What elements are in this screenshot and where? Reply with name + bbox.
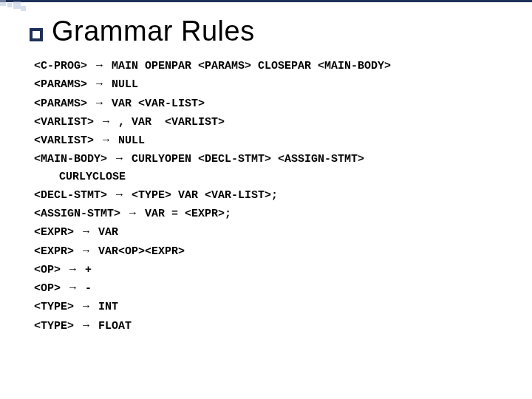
grammar-rule: <C-PROG> → MAIN OPENPAR <PARAMS> CLOSEPA… (34, 56, 511, 75)
grammar-rule: <TYPE> → FLOAT (34, 316, 511, 335)
grammar-rule: <EXPR> → VAR<OP><EXPR> (34, 242, 511, 260)
page-title: Grammar Rules (52, 16, 255, 47)
decorative-squares (0, 0, 37, 12)
grammar-rule: <VARLIST> → NULL (34, 131, 511, 149)
grammar-rule: <EXPR> → VAR (34, 222, 511, 241)
grammar-rule: <VARLIST> → , VAR <VARLIST> (34, 112, 511, 131)
grammar-rule: <PARAMS> → NULL (34, 75, 511, 93)
title-row: Grammar Rules (30, 16, 511, 47)
grammar-rule: <TYPE> → INT (34, 297, 511, 316)
grammar-rule: <PARAMS> → VAR <VAR-LIST> (34, 94, 511, 112)
grammar-rule: <OP> → + (34, 260, 511, 279)
grammar-rules-block: <C-PROG> → MAIN OPENPAR <PARAMS> CLOSEPA… (30, 56, 511, 335)
grammar-rule: <OP> → - (34, 279, 511, 297)
title-bullet-icon (30, 28, 43, 41)
grammar-rule: <DECL-STMT> → <TYPE> VAR <VAR-LIST>; (34, 185, 511, 204)
grammar-rule: <ASSIGN-STMT> → VAR = <EXPR>; (34, 204, 511, 222)
grammar-rule: <MAIN-BODY> → CURLYOPEN <DECL-STMT> <ASS… (34, 149, 511, 185)
